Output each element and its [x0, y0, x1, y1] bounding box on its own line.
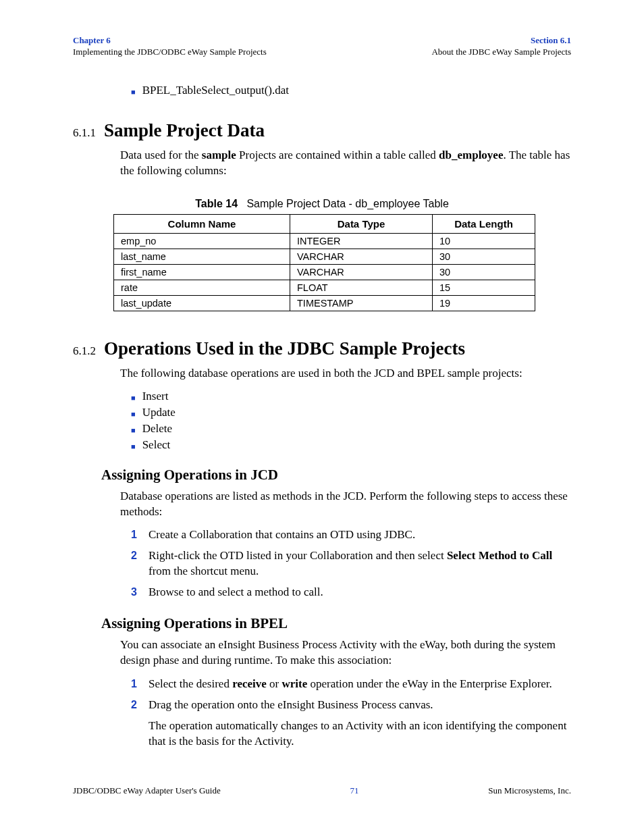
table-row: rate FLOAT 15 [114, 280, 535, 295]
bullet-text: Insert [142, 390, 169, 403]
header-section: Section 6.1 [431, 35, 571, 47]
header-chapter: Chapter 6 [73, 35, 267, 47]
cell: VARCHAR [290, 249, 433, 264]
paragraph: The following database operations are us… [120, 366, 571, 382]
bullet-text: Delete [142, 422, 172, 436]
cell: 30 [433, 264, 535, 280]
footer-left: JDBC/ODBC eWay Adapter User's Guide [73, 785, 221, 796]
cell: FLOAT [290, 280, 433, 295]
text-bold: write [281, 677, 307, 690]
list-item: ■ Delete [131, 422, 571, 436]
step-number: 2 [131, 548, 140, 563]
step-text: Right-click the OTD listed in your Colla… [149, 548, 571, 579]
list-item: 1 Select the desired receive or write op… [131, 677, 571, 692]
paragraph: You can associate an eInsight Business P… [120, 637, 571, 669]
header-right-subtitle: About the JDBC eWay Sample Projects [431, 47, 571, 58]
cell: rate [114, 280, 290, 295]
step-number: 1 [131, 527, 140, 542]
section-heading-612: 6.1.2 Operations Used in the JDBC Sample… [73, 338, 571, 359]
bullet-icon: ■ [131, 394, 136, 402]
step-number: 1 [131, 677, 140, 692]
table-row: emp_no INTEGER 10 [114, 233, 535, 249]
col-header: Data Length [433, 214, 535, 233]
list-item: 3 Browse to and select a method to call. [131, 585, 571, 600]
page-header: Chapter 6 Implementing the JDBC/ODBC eWa… [73, 35, 571, 58]
page-number: 71 [350, 785, 358, 796]
paragraph: Data used for the sample Projects are co… [120, 148, 571, 179]
paragraph: Database operations are listed as method… [120, 489, 571, 520]
table-row: first_name VARCHAR 30 [114, 264, 535, 280]
cell: last_update [114, 295, 290, 311]
text: or [267, 677, 282, 690]
text: from the shortcut menu. [149, 565, 259, 577]
header-left-subtitle: Implementing the JDBC/ODBC eWay Sample P… [73, 47, 267, 58]
step-number: 3 [131, 585, 140, 600]
bullet-icon: ■ [131, 88, 136, 96]
step-text: Select the desired receive or write oper… [149, 677, 571, 692]
list-item: ■ BPEL_TableSelect_output().dat [131, 84, 571, 97]
paragraph: The operation automatically changes to a… [149, 719, 571, 750]
list-item: 2 Right-click the OTD listed in your Col… [131, 548, 571, 579]
col-header: Column Name [114, 214, 290, 233]
table-row: last_update TIMESTAMP 19 [114, 295, 535, 311]
col-header: Data Type [290, 214, 433, 233]
table-label: Table 14 [195, 198, 238, 209]
table-caption-text: Sample Project Data - db_employee Table [246, 198, 448, 209]
text-bold: sample [202, 149, 236, 161]
cell: INTEGER [290, 233, 433, 249]
list-item: ■ Insert [131, 390, 571, 403]
subheading-jcd: Assigning Operations in JCD [101, 467, 571, 484]
text-bold: db_employee [439, 149, 503, 161]
cell: VARCHAR [290, 264, 433, 280]
bullet-text: Update [142, 406, 176, 419]
text: Data used for the [120, 149, 202, 161]
section-heading-611: 6.1.1 Sample Project Data [73, 120, 571, 141]
cell: 30 [433, 249, 535, 264]
cell: emp_no [114, 233, 290, 249]
section-number: 6.1.2 [73, 344, 96, 358]
cell: 15 [433, 280, 535, 295]
cell: 10 [433, 233, 535, 249]
section-number: 6.1.1 [73, 126, 96, 140]
cell: first_name [114, 264, 290, 280]
bullet-icon: ■ [131, 426, 136, 434]
list-item: 1 Create a Collaboration that contains a… [131, 527, 571, 543]
bullet-text: Select [142, 438, 171, 452]
text: operation under the eWay in the Enterpri… [307, 677, 552, 690]
step-text: Create a Collaboration that contains an … [149, 527, 571, 543]
text: Select the desired [149, 677, 232, 690]
step-number: 2 [131, 698, 140, 712]
cell: last_name [114, 249, 290, 264]
cell: 19 [433, 295, 535, 311]
section-title: Sample Project Data [104, 120, 265, 141]
page-footer: JDBC/ODBC eWay Adapter User's Guide 71 S… [73, 785, 571, 796]
text: Projects are contained within a table ca… [236, 149, 439, 161]
step-text: Browse to and select a method to call. [149, 585, 571, 600]
table-row: last_name VARCHAR 30 [114, 249, 535, 264]
footer-right: Sun Microsystems, Inc. [488, 785, 571, 796]
list-item: ■ Select [131, 438, 571, 452]
bullet-icon: ■ [131, 410, 136, 418]
table-header-row: Column Name Data Type Data Length [114, 214, 535, 233]
text: Right-click the OTD listed in your Colla… [149, 549, 447, 562]
list-item: ■ Update [131, 406, 571, 419]
step-text: Drag the operation onto the eInsight Bus… [149, 698, 571, 713]
text-bold: receive [232, 677, 267, 690]
table-db-employee: Column Name Data Type Data Length emp_no… [113, 214, 535, 311]
text-bold: Select Method to Call [447, 549, 552, 562]
table-caption: Table 14 Sample Project Data - db_employ… [73, 198, 571, 210]
cell: TIMESTAMP [290, 295, 433, 311]
section-title: Operations Used in the JDBC Sample Proje… [104, 338, 465, 359]
bullet-text: BPEL_TableSelect_output().dat [142, 84, 289, 97]
list-item: 2 Drag the operation onto the eInsight B… [131, 698, 571, 713]
subheading-bpel: Assigning Operations in BPEL [101, 615, 571, 632]
bullet-icon: ■ [131, 442, 136, 450]
